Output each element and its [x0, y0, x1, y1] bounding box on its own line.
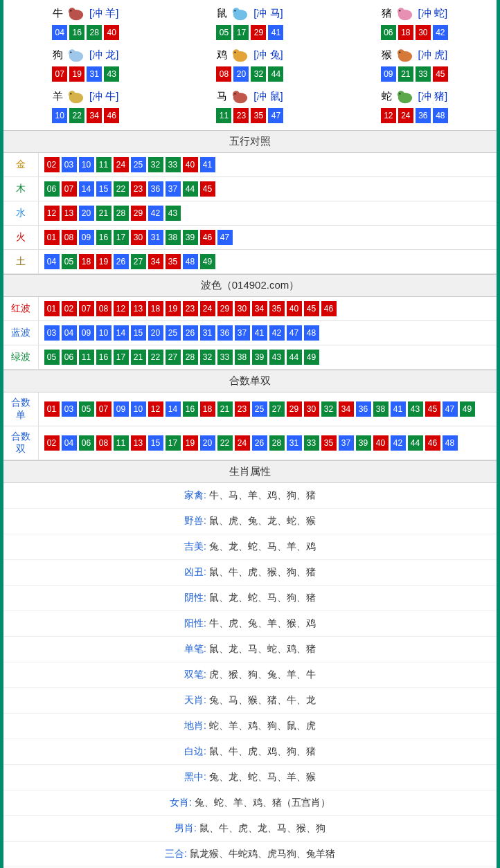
number-badge: 36 — [416, 108, 431, 123]
number-badge: 19 — [69, 66, 84, 82]
svg-point-17 — [399, 52, 400, 53]
row-label: 火 — [3, 226, 38, 250]
row-numbers: 04051819262734354849 — [38, 250, 497, 274]
attr-key: 家禽: — [184, 489, 209, 500]
number-badge: 47 — [217, 230, 233, 245]
attr-key: 地肖: — [184, 720, 209, 731]
number-badge: 47 — [287, 325, 302, 341]
number-badge: 35 — [251, 108, 266, 123]
number-badge: 06 — [381, 25, 396, 40]
attr-value: 蛇、羊、鸡、狗、鼠、虎 — [209, 720, 316, 731]
goat-icon — [64, 87, 88, 105]
zodiac-name: 猴 — [382, 48, 392, 62]
number-badge: 22 — [69, 108, 84, 123]
svg-point-7 — [398, 8, 404, 15]
attr-row: 黑中: 兔、龙、蛇、马、羊、猴 — [3, 765, 497, 790]
table-row: 水1213202128294243 — [3, 201, 497, 226]
number-badge: 37 — [235, 325, 250, 341]
attr-value: 鼠、虎、兔、龙、蛇、猴 — [209, 515, 316, 526]
number-badge: 27 — [166, 350, 181, 365]
number-badge: 41 — [252, 325, 267, 341]
number-badge: 08 — [96, 301, 111, 316]
number-badge: 21 — [217, 401, 233, 417]
zodiac-numbers: 05172941 — [168, 25, 332, 40]
number-badge: 12 — [148, 401, 163, 417]
number-badge: 15 — [96, 181, 111, 197]
row-label: 蓝波 — [3, 321, 38, 345]
row-label: 合数双 — [3, 426, 38, 460]
number-badge: 17 — [233, 25, 249, 40]
number-badge: 20 — [200, 435, 215, 451]
number-badge: 07 — [62, 181, 77, 197]
number-badge: 02 — [62, 301, 77, 316]
number-badge: 21 — [398, 66, 413, 82]
number-badge: 40 — [287, 301, 302, 316]
zodiac-title: 鸡[冲 兔] — [217, 46, 283, 64]
attr-value: 鼠、牛、虎、猴、狗、猪 — [209, 566, 316, 577]
number-badge: 11 — [114, 435, 129, 451]
attr-row: 凶丑: 鼠、牛、虎、猴、狗、猪 — [3, 560, 497, 586]
zodiac-cell: 马[冲 鼠]11233547 — [168, 86, 332, 127]
attr-row: 天肖: 兔、马、猴、猪、牛、龙 — [3, 688, 497, 714]
number-badge: 40 — [183, 157, 198, 172]
row-label: 木 — [3, 177, 38, 201]
attr-key: 阴性: — [184, 592, 209, 603]
number-badge: 18 — [148, 301, 163, 316]
number-badge: 35 — [166, 254, 181, 269]
number-badge: 34 — [87, 108, 102, 123]
row-label: 红波 — [3, 297, 38, 321]
row-numbers: 0204060811131517192022242628313335373940… — [38, 426, 497, 460]
number-badge: 41 — [268, 25, 283, 40]
number-badge: 17 — [166, 435, 181, 451]
attr-row: 单笔: 鼠、龙、马、蛇、鸡、猪 — [3, 637, 497, 662]
number-badge: 06 — [79, 435, 94, 451]
zodiac-name: 马 — [217, 90, 227, 103]
number-badge: 42 — [433, 25, 448, 40]
number-badge: 26 — [183, 325, 198, 341]
number-badge: 10 — [79, 157, 94, 172]
horse-icon — [229, 87, 252, 105]
row-numbers: 1213202128294243 — [38, 201, 497, 226]
attr-row: 家禽: 牛、马、羊、鸡、狗、猪 — [3, 483, 497, 509]
attr-key: 黑中: — [184, 771, 209, 782]
rat-icon — [229, 4, 252, 22]
wuxing-header: 五行对照 — [3, 130, 497, 153]
number-badge: 23 — [233, 108, 249, 123]
svg-point-22 — [233, 91, 240, 98]
number-badge: 18 — [200, 401, 215, 417]
svg-point-11 — [70, 52, 71, 53]
zodiac-chong: [冲 蛇] — [418, 7, 448, 20]
attr-row: 三合: 鼠龙猴、牛蛇鸡、虎马狗、兔羊猪 — [3, 842, 497, 867]
zodiac-chong: [冲 虎] — [418, 48, 448, 62]
number-badge: 43 — [104, 66, 119, 82]
number-badge: 22 — [114, 181, 129, 197]
number-badge: 39 — [252, 350, 267, 365]
number-badge: 10 — [96, 325, 111, 341]
page-container: 牛[冲 羊]04162840鼠[冲 马]05172941猪[冲 蛇]061830… — [0, 0, 500, 868]
zodiac-numbers: 07193143 — [3, 66, 168, 82]
number-badge: 07 — [96, 401, 111, 417]
snake-icon — [393, 87, 417, 105]
number-badge: 19 — [96, 254, 111, 269]
number-badge: 14 — [114, 325, 129, 341]
zodiac-numbers: 09213345 — [332, 66, 497, 82]
attr-row: 吉美: 兔、龙、蛇、马、羊、鸡 — [3, 534, 497, 560]
attr-key: 双笔: — [184, 669, 209, 680]
table-row: 木06071415222336374445 — [3, 177, 497, 201]
attr-value: 牛、马、羊、鸡、狗、猪 — [209, 489, 316, 500]
zodiac-numbers: 04162840 — [3, 25, 168, 40]
number-badge: 19 — [183, 435, 198, 451]
number-badge: 35 — [321, 435, 337, 451]
svg-point-25 — [398, 91, 404, 98]
attr-value: 兔、马、猴、猪、牛、龙 — [209, 694, 316, 705]
number-badge: 03 — [62, 157, 77, 172]
number-badge: 07 — [79, 301, 94, 316]
zodiac-chong: [冲 羊] — [89, 7, 119, 20]
number-badge: 39 — [356, 435, 371, 451]
row-numbers: 0108091617303138394647 — [38, 226, 497, 250]
zodiac-cell: 鼠[冲 马]05172941 — [168, 3, 332, 44]
row-label: 土 — [3, 250, 38, 274]
number-badge: 23 — [131, 181, 146, 197]
zodiac-title: 羊[冲 牛] — [53, 87, 119, 105]
zodiac-numbers: 08203244 — [168, 66, 332, 82]
